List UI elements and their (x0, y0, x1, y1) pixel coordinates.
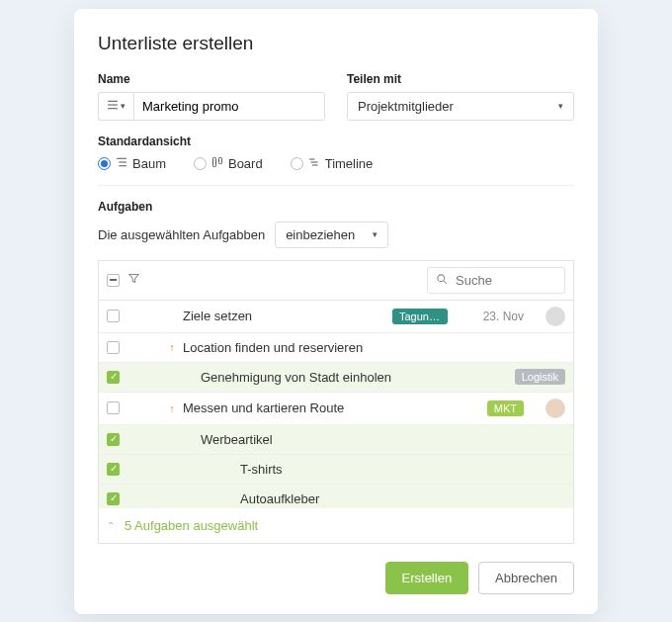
grid-header (99, 261, 573, 301)
name-input-group: ▾ (98, 92, 325, 121)
svg-rect-1 (218, 157, 221, 163)
tasks-section: Aufgaben Die ausgewählten Aufgabben einb… (98, 200, 574, 248)
list-type-picker[interactable]: ▾ (98, 92, 133, 121)
view-option-board[interactable]: Board (194, 156, 263, 171)
view-radios: Baum Board Timeline (98, 156, 574, 186)
share-label: Teilen mit (347, 72, 574, 86)
share-value: Projektmitglieder (358, 99, 454, 114)
radio-icon (291, 157, 303, 170)
due-date: 23. Nov (469, 310, 524, 323)
selected-count: 5 Aufgaben ausgewählt (125, 518, 258, 533)
tag-badge: MKT (487, 400, 524, 416)
row-checkbox[interactable] (107, 463, 120, 476)
view-option-tree[interactable]: Baum (98, 156, 166, 171)
modal-title: Unterliste erstellen (98, 33, 574, 54)
avatar[interactable] (546, 307, 565, 326)
board-icon (211, 156, 223, 171)
tree-icon (116, 156, 127, 171)
create-sublist-modal: Unterliste erstellen Name ▾ Teilen mit P… (74, 9, 598, 614)
modal-actions: Erstellen Abbrechen (98, 562, 574, 594)
tasks-label: Aufgaben (98, 200, 574, 214)
table-row[interactable]: Werbeartikel (99, 425, 573, 455)
view-section: Standardansicht Baum Board Timeline (98, 134, 574, 186)
caret-down-icon: ▾ (121, 101, 126, 111)
name-field-wrap: Name ▾ (98, 72, 325, 121)
task-name: Autoaufkleber (240, 491, 565, 506)
list-icon (107, 99, 119, 114)
tasks-subrow: Die ausgewählten Aufgabben einbeziehen ▾ (98, 222, 574, 248)
caret-down-icon: ▾ (558, 101, 563, 111)
name-label: Name (98, 72, 325, 86)
search-wrap (427, 267, 565, 294)
table-row[interactable]: Genehmigung von Stadt einholenLogistik (99, 363, 573, 393)
view-option-timeline[interactable]: Timeline (291, 156, 374, 171)
grid-body[interactable]: Ziele setzenTagung…23. Nov↑Location find… (99, 301, 573, 508)
svg-point-2 (438, 274, 445, 281)
caret-down-icon: ▾ (373, 229, 378, 239)
create-button[interactable]: Erstellen (385, 562, 469, 594)
share-field-wrap: Teilen mit Projektmitglieder ▾ (347, 72, 574, 121)
view-option-label: Timeline (325, 156, 374, 171)
svg-rect-0 (212, 157, 215, 166)
filter-icon[interactable] (127, 272, 140, 288)
cancel-button[interactable]: Abbrechen (478, 562, 574, 594)
include-select[interactable]: einbeziehen ▾ (275, 222, 388, 248)
task-name: Ziele setzen (183, 309, 386, 323)
task-name: Messen und kartieren Route (183, 400, 481, 415)
table-row[interactable]: ↑Messen und kartieren RouteMKT (99, 393, 573, 425)
row-checkbox[interactable] (107, 310, 120, 322)
timeline-icon (308, 156, 320, 171)
view-label: Standardansicht (98, 134, 574, 148)
task-name: T-shirts (240, 462, 565, 477)
row-checkbox[interactable] (107, 433, 120, 446)
tasks-grid: Ziele setzenTagung…23. Nov↑Location find… (98, 260, 574, 544)
tag-badge: Logistik (515, 369, 565, 385)
table-row[interactable]: Autoaufkleber (99, 485, 573, 508)
avatar[interactable] (546, 399, 565, 418)
search-icon (436, 273, 448, 288)
tasks-subtext: Die ausgewählten Aufgabben (98, 227, 265, 242)
task-name: Genehmigung von Stadt einholen (201, 370, 509, 385)
name-input[interactable] (133, 92, 325, 121)
priority-icon: ↑ (167, 402, 177, 414)
fields-row: Name ▾ Teilen mit Projektmitglieder ▾ (98, 72, 574, 121)
radio-icon (98, 157, 111, 170)
include-value: einbeziehen (286, 227, 355, 242)
radio-icon (194, 157, 207, 170)
grid-footer: ⌃ 5 Aufgaben ausgewählt (99, 508, 573, 543)
row-checkbox[interactable] (107, 371, 120, 384)
task-name: Werbeartikel (201, 432, 565, 447)
view-option-label: Baum (132, 156, 166, 171)
table-row[interactable]: ↑Location finden und reservieren (99, 333, 573, 363)
view-option-label: Board (228, 156, 263, 171)
search-input[interactable] (454, 272, 556, 289)
row-checkbox[interactable] (107, 492, 120, 505)
collapse-icon[interactable]: ⌃ (107, 520, 115, 531)
select-all-checkbox[interactable] (107, 274, 120, 287)
tag-badge: Tagung… (392, 309, 448, 324)
row-checkbox[interactable] (107, 401, 120, 414)
share-select[interactable]: Projektmitglieder ▾ (347, 92, 574, 121)
table-row[interactable]: Ziele setzenTagung…23. Nov (99, 301, 573, 333)
priority-icon: ↑ (167, 341, 177, 353)
table-row[interactable]: T-shirts (99, 455, 573, 485)
task-name: Location finden und reservieren (183, 340, 565, 355)
row-checkbox[interactable] (107, 341, 120, 354)
